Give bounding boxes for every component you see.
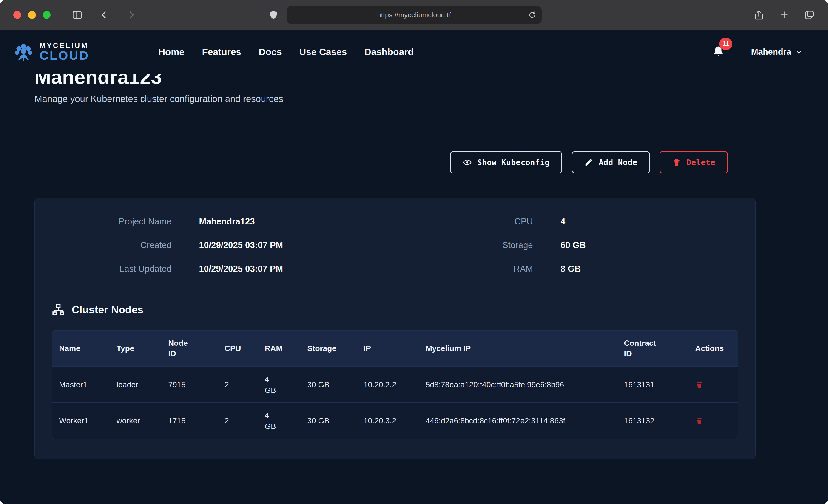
add-node-button[interactable]: Add Node (572, 151, 650, 173)
details-left: Project Name Mahendra123 Created 10/29/2… (52, 217, 377, 274)
notification-badge: 11 (719, 38, 733, 50)
logo-line2: CLOUD (40, 49, 89, 62)
nav-item-dashboard[interactable]: Dashboard (365, 47, 414, 57)
cell-mycelium-ip: 446:d2a6:8bcd:8c16:ff0f:72e2:3114:863f (419, 403, 617, 438)
nav-item-home[interactable]: Home (158, 47, 184, 57)
cell-actions (688, 403, 738, 438)
cell-cpu: 2 (218, 367, 258, 403)
back-icon[interactable] (99, 10, 110, 20)
detail-label: CPU (413, 217, 533, 226)
cell-name: Worker1 (52, 403, 110, 438)
logo-line1: MYCELIUM (40, 42, 89, 49)
sidebar-toggle-icon[interactable] (72, 9, 83, 20)
logo-text: MYCELIUM CLOUD (40, 42, 89, 62)
nav-right: 11 Mahendra (712, 45, 803, 58)
nav-item-docs[interactable]: Docs (259, 47, 282, 57)
detail-value: 8 GB (561, 264, 738, 274)
detail-label: RAM (413, 264, 533, 274)
table-row: Master1 leader 7915 2 4 GB 30 GB 10.20.2… (52, 367, 738, 403)
new-tab-icon[interactable] (779, 10, 789, 20)
nodes-table-wrap: Name Type Node ID CPU RAM Storage IP Myc… (52, 330, 738, 439)
eye-icon (463, 158, 472, 167)
browser-chrome: https://myceliumcloud.tf (0, 0, 828, 30)
cell-contract-id: 1613131 (617, 367, 688, 403)
forward-icon[interactable] (126, 10, 136, 20)
privacy-shield-icon[interactable] (268, 10, 278, 20)
url-text: https://myceliumcloud.tf (377, 11, 451, 19)
close-button[interactable] (13, 11, 21, 19)
details-right: CPU 4 Storage 60 GB RAM 8 GB (413, 217, 738, 274)
column-header-storage: Storage (300, 331, 357, 367)
cell-ram: 4 GB (258, 403, 300, 438)
column-header-node-id: Node ID (161, 331, 218, 367)
cluster-nodes-header: Cluster Nodes (52, 303, 738, 316)
column-header-actions: Actions (688, 331, 738, 367)
column-header-contract-id: Contract ID (617, 331, 688, 367)
pencil-icon (584, 158, 593, 167)
cell-mycelium-ip: 5d8:78ea:a120:f40c:ff0f:a5fe:99e6:8b96 (419, 367, 617, 403)
column-header-cpu: CPU (218, 331, 258, 367)
cluster-nodes-title: Cluster Nodes (72, 303, 143, 316)
cell-type: leader (110, 367, 161, 403)
user-menu[interactable]: Mahendra (751, 47, 803, 57)
cell-actions (688, 367, 738, 403)
logo[interactable]: MYCELIUM CLOUD (13, 41, 89, 63)
cell-node-id: 1715 (161, 403, 218, 438)
detail-value: 4 (561, 217, 738, 226)
add-node-label: Add Node (598, 158, 637, 167)
detail-value: Mahendra123 (199, 217, 377, 226)
detail-label: Last Updated (52, 264, 171, 274)
cluster-nodes-icon (52, 303, 65, 316)
detail-label: Storage (413, 240, 533, 250)
cell-ip: 10.20.2.2 (357, 367, 419, 403)
nodes-table: Name Type Node ID CPU RAM Storage IP Myc… (52, 331, 738, 438)
table-row: Worker1 worker 1715 2 4 GB 30 GB 10.20.3… (52, 403, 738, 438)
detail-label: Project Name (52, 217, 171, 226)
cell-contract-id: 1613132 (617, 403, 688, 438)
column-header-mycelium-ip: Mycelium IP (419, 331, 617, 367)
cluster-details: Project Name Mahendra123 Created 10/29/2… (52, 217, 738, 274)
zoom-button[interactable] (43, 11, 50, 19)
reload-icon[interactable] (528, 10, 537, 19)
cell-storage: 30 GB (300, 367, 357, 403)
detail-value: 60 GB (561, 240, 738, 250)
delete-node-button[interactable] (695, 417, 703, 425)
show-kubeconfig-label: Show Kubeconfig (477, 158, 550, 167)
cell-ram: 4 GB (258, 367, 300, 403)
show-kubeconfig-button[interactable]: Show Kubeconfig (450, 151, 562, 173)
tab-overview-icon[interactable] (804, 10, 815, 20)
trash-icon (695, 417, 703, 425)
cell-storage: 30 GB (300, 403, 357, 438)
delete-cluster-button[interactable]: Delete (660, 151, 728, 173)
cell-node-id: 7915 (161, 367, 218, 403)
main-content: Mahendra123 Manage your Kubernetes clust… (0, 67, 828, 459)
detail-value: 10/29/2025 03:07 PM (199, 240, 377, 250)
mycelium-logo-icon (13, 41, 35, 63)
cluster-actions: Show Kubeconfig Add Node Delete (35, 151, 728, 173)
delete-label: Delete (687, 158, 715, 167)
page-subtitle: Manage your Kubernetes cluster configura… (35, 94, 756, 104)
chrome-left-icons (72, 9, 136, 20)
detail-label: Created (52, 240, 171, 250)
browser-window: https://myceliumcloud.tf (0, 0, 828, 504)
share-icon[interactable] (753, 10, 764, 20)
nav-item-use-cases[interactable]: Use Cases (299, 47, 347, 57)
column-header-ip: IP (357, 331, 419, 367)
cell-type: worker (110, 403, 161, 438)
minimize-button[interactable] (28, 11, 36, 19)
cluster-card: Project Name Mahendra123 Created 10/29/2… (35, 198, 756, 459)
user-name: Mahendra (751, 47, 791, 57)
notifications-button[interactable]: 11 (712, 45, 724, 58)
trash-icon (695, 381, 703, 389)
chevron-down-icon (795, 48, 803, 56)
trash-icon (672, 158, 681, 167)
cell-ip: 10.20.3.2 (357, 403, 419, 438)
delete-node-button[interactable] (695, 381, 703, 389)
address-bar[interactable]: https://myceliumcloud.tf (287, 6, 542, 24)
nav-item-features[interactable]: Features (202, 47, 241, 57)
detail-value: 10/29/2025 03:07 PM (199, 264, 377, 274)
nav-links: Home Features Docs Use Cases Dashboard (158, 47, 414, 57)
column-header-name: Name (52, 331, 110, 367)
cell-name: Master1 (52, 367, 110, 403)
column-header-ram: RAM (258, 331, 300, 367)
